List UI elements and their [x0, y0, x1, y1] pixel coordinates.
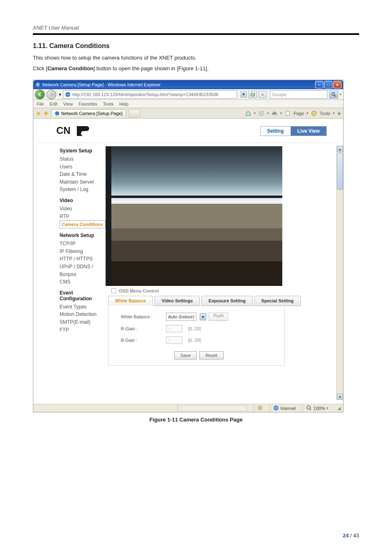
tab-special-setting[interactable]: Special Setting	[254, 296, 301, 306]
osd-checkbox[interactable]	[111, 288, 116, 293]
doc-header: XNET User Manual	[33, 25, 359, 35]
window-minimize-button[interactable]: –	[315, 81, 323, 88]
tools-menu-label[interactable]: Tools	[320, 111, 330, 116]
sidebar-item-cms[interactable]: CMS	[60, 278, 106, 286]
page-current: 24	[343, 532, 348, 539]
wb-select[interactable]: Auto (Indoor)	[166, 313, 196, 321]
tab-white-balance[interactable]: White Balance	[108, 296, 153, 306]
reset-button[interactable]: Reset	[199, 351, 224, 359]
svg-rect-8	[273, 111, 276, 113]
add-favorite-icon[interactable]: ✚	[44, 110, 48, 117]
menu-view[interactable]: View	[63, 101, 73, 106]
menu-help[interactable]: Help	[119, 101, 129, 106]
wb-select-dropdown[interactable]: ▾	[200, 313, 206, 320]
nav-forward-button[interactable]	[46, 90, 56, 99]
zoom-dropdown[interactable]: ▾	[327, 406, 328, 410]
more-chevron-icon[interactable]: »	[338, 110, 341, 116]
search-button[interactable]	[329, 90, 338, 99]
rgain-input[interactable]: -	[166, 325, 182, 332]
window-maximize-button[interactable]: □	[324, 81, 332, 88]
page-total: 43	[353, 532, 359, 539]
browser-screenshot: Network Camera [Setup Page] - Windows In…	[33, 80, 344, 412]
page-icon[interactable]	[284, 110, 291, 117]
white-balance-panel: White Balance : Auto (Indoor) ▾ Push R-G…	[108, 306, 285, 366]
sidebar-item-upnp[interactable]: UPnP / DDNS / Bonjour	[60, 263, 106, 278]
sidebar-item-motion[interactable]: Motion Detection	[60, 311, 106, 318]
address-bar[interactable]: http://192.168.123.128/html/operator/Set…	[63, 90, 237, 99]
feeds-icon[interactable]	[258, 110, 265, 117]
svg-rect-9	[273, 114, 276, 115]
svg-point-4	[55, 111, 59, 115]
sidebar-item-http[interactable]: HTTP / HTTPS	[60, 255, 106, 263]
ie-icon	[55, 111, 60, 116]
zoom-icon[interactable]	[306, 405, 312, 412]
sidebar-item-users[interactable]: Users	[60, 163, 106, 171]
sidebar-item-systemlog[interactable]: System / Log	[60, 186, 106, 193]
refresh-button[interactable]	[249, 91, 257, 98]
sidebar-item-eventtypes[interactable]: Event Types	[60, 303, 106, 311]
home-icon[interactable]	[245, 110, 251, 117]
save-button[interactable]: Save	[174, 351, 197, 359]
text: Click [	[33, 65, 47, 71]
camera-preview	[106, 146, 282, 286]
sidebar-item-status[interactable]: Status	[60, 155, 106, 163]
stop-button[interactable]: ×	[258, 91, 267, 98]
sidebar-heading-network: Network Setup	[60, 233, 106, 238]
rgain-range: [0..20]	[188, 326, 201, 331]
menu-tools[interactable]: Tools	[103, 101, 114, 106]
body-paragraph: This shows how to setup the camera funct…	[33, 54, 359, 62]
sidebar-item-datetime[interactable]: Date & Time	[60, 170, 106, 178]
browser-tab[interactable]: Network Camera [Setup Page]	[51, 109, 126, 117]
scroll-up-button[interactable]: ▴	[337, 146, 343, 152]
sidebar-heading-event: Event Configuration	[60, 290, 106, 302]
address-dropdown[interactable]: ▾	[240, 91, 247, 98]
setting-tab-button[interactable]: Setting	[260, 126, 291, 136]
tab-exposure-setting[interactable]: Exposure Setting	[201, 296, 252, 306]
search-provider-dropdown[interactable]: ▾	[340, 92, 341, 96]
bgain-input[interactable]: -	[166, 336, 182, 344]
sidebar-item-ftp[interactable]: FTP	[60, 326, 106, 334]
window-close-button[interactable]: ×	[333, 81, 341, 88]
svg-text:CN: CN	[56, 125, 71, 136]
scroll-down-button[interactable]: ▾	[337, 394, 343, 400]
tab-label: Network Camera [Setup Page]	[61, 111, 122, 116]
nav-history-dropdown[interactable]: ▾	[59, 92, 61, 97]
favorites-icon[interactable]: ★	[36, 110, 41, 117]
wb-push-button[interactable]: Push	[209, 313, 228, 321]
tab-video-settings[interactable]: Video Settings	[154, 296, 200, 306]
print-icon[interactable]	[271, 110, 278, 117]
rgain-label: R-Gain :	[121, 326, 166, 331]
sidebar-item-maintain[interactable]: Maintain Server	[60, 178, 106, 186]
scroll-thumb[interactable]	[337, 153, 343, 190]
menu-favorites[interactable]: Favorites	[78, 101, 97, 106]
menu-file[interactable]: File	[37, 101, 44, 106]
sidebar-item-camera-conditions[interactable]: Camera Conditions	[60, 220, 106, 228]
body-paragraph: Click [Camera Condition] button to open …	[33, 64, 359, 73]
search-input[interactable]: Google	[270, 90, 327, 99]
new-tab-button[interactable]	[129, 109, 140, 117]
zoom-value[interactable]: 100%	[314, 406, 325, 411]
figure-caption: Figure 1-11 Camera Conditions Page	[33, 417, 359, 423]
internet-zone-icon	[273, 405, 279, 412]
ie-icon	[35, 82, 41, 88]
sidebar-item-smtp[interactable]: SMTP(E-mail)	[60, 318, 106, 326]
page-menu-label[interactable]: Page	[293, 111, 304, 116]
tools-icon[interactable]	[311, 110, 317, 117]
live-view-tab-button[interactable]: Live View	[291, 126, 327, 136]
wb-label: White Balance :	[121, 314, 166, 319]
address-url: http://192.168.123.128/html/operator/Set…	[72, 92, 219, 97]
svg-line-18	[310, 409, 311, 410]
sidebar-item-tcpip[interactable]: TCP/IP	[60, 240, 106, 248]
nav-back-button[interactable]	[35, 90, 45, 99]
svg-rect-10	[286, 111, 289, 115]
browser-navbar: ▾ http://192.168.123.128/html/operator/S…	[33, 89, 343, 100]
internet-zone-label: Internet	[281, 406, 296, 411]
sidebar-item-rtp[interactable]: RTP	[60, 213, 106, 221]
resize-grip-icon[interactable]: ◢	[335, 405, 341, 411]
sidebar-item-ipfilter[interactable]: IP Filtering	[60, 248, 106, 256]
osd-label: OSD Menu Control	[119, 288, 159, 293]
menu-edit[interactable]: Edit	[50, 101, 58, 106]
vertical-scrollbar[interactable]: ▴ ▾	[336, 145, 343, 400]
security-icon	[257, 405, 263, 412]
sidebar-item-video[interactable]: Video	[60, 205, 106, 213]
